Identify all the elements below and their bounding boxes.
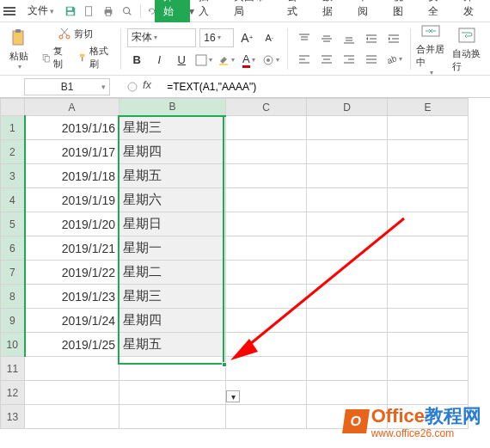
cell[interactable] xyxy=(226,188,307,212)
cell[interactable]: 2019/1/24 xyxy=(25,309,119,333)
font-color-button[interactable]: A xyxy=(239,51,258,70)
cell[interactable] xyxy=(226,236,307,261)
cell[interactable] xyxy=(307,212,388,236)
increase-font-button[interactable]: A+ xyxy=(237,28,256,47)
cell[interactable] xyxy=(388,212,469,236)
format-painter-button[interactable]: 格式刷 xyxy=(74,43,113,72)
justify-button[interactable] xyxy=(362,51,381,68)
cell[interactable]: 星期五 xyxy=(119,333,226,357)
row-head[interactable]: 12 xyxy=(1,381,25,405)
paste-button[interactable]: 粘贴 xyxy=(5,26,33,72)
cell[interactable]: 星期三 xyxy=(119,285,226,309)
wrap-text-button[interactable]: 自动换行 xyxy=(449,23,485,75)
cell[interactable]: 星期二 xyxy=(119,261,226,285)
cell[interactable] xyxy=(388,309,469,333)
merge-center-button[interactable]: 合并居中 xyxy=(413,19,449,78)
cell[interactable]: 2019/1/21 xyxy=(25,236,119,261)
cell[interactable] xyxy=(307,188,388,212)
select-all-corner[interactable] xyxy=(1,99,25,116)
cell[interactable] xyxy=(226,357,307,381)
align-middle-button[interactable] xyxy=(317,30,336,47)
decrease-font-button[interactable]: A- xyxy=(260,28,279,47)
cell[interactable]: 星期六 xyxy=(119,188,226,212)
orientation-button[interactable]: ab xyxy=(384,51,403,68)
cell[interactable] xyxy=(226,309,307,333)
row-head[interactable]: 8 xyxy=(1,285,25,309)
cell[interactable] xyxy=(388,236,469,261)
cell[interactable]: 2019/1/19 xyxy=(25,188,119,212)
align-center-button[interactable] xyxy=(317,51,336,68)
tab-review[interactable]: 审阅 xyxy=(349,0,384,22)
tab-data[interactable]: 数据 xyxy=(314,0,349,22)
cell[interactable] xyxy=(388,261,469,285)
cell[interactable] xyxy=(388,188,469,212)
cell[interactable] xyxy=(307,116,388,140)
cell[interactable] xyxy=(307,140,388,164)
cell[interactable] xyxy=(307,285,388,309)
tab-insert[interactable]: 插入 xyxy=(190,0,225,22)
cell[interactable]: 2019/1/23 xyxy=(25,285,119,309)
tab-dev[interactable]: 开发 xyxy=(455,0,490,22)
align-top-button[interactable] xyxy=(295,30,314,47)
cell[interactable] xyxy=(226,405,307,429)
cell[interactable] xyxy=(307,236,388,261)
cut-button[interactable]: 剪切 xyxy=(54,25,96,42)
cell[interactable] xyxy=(388,357,469,381)
tab-view[interactable]: 视图 xyxy=(384,0,420,22)
cell[interactable] xyxy=(307,333,388,357)
cell[interactable] xyxy=(25,357,119,381)
cell[interactable] xyxy=(119,405,226,429)
cell[interactable] xyxy=(226,140,307,164)
cell[interactable] xyxy=(388,333,469,357)
autofill-options-button[interactable]: ▾ xyxy=(226,390,240,402)
row-head[interactable]: 3 xyxy=(1,164,25,188)
fill-color-button[interactable] xyxy=(217,51,236,70)
name-box[interactable]: B1 xyxy=(24,78,110,95)
cell[interactable] xyxy=(307,357,388,381)
cell[interactable]: 星期日 xyxy=(119,212,226,236)
cell[interactable] xyxy=(388,164,469,188)
cell[interactable] xyxy=(307,309,388,333)
cell[interactable] xyxy=(388,381,469,405)
cell[interactable] xyxy=(226,261,307,285)
row-head[interactable]: 6 xyxy=(1,236,25,261)
row-head[interactable]: 7 xyxy=(1,261,25,285)
cell[interactable] xyxy=(307,381,388,405)
row-head[interactable]: 4 xyxy=(1,188,25,212)
align-bottom-button[interactable] xyxy=(340,30,358,47)
cell[interactable]: 2019/1/18 xyxy=(25,164,119,188)
underline-button[interactable]: U xyxy=(172,51,191,70)
align-right-button[interactable] xyxy=(340,51,358,68)
fx-icon[interactable]: fx xyxy=(143,78,151,95)
tab-security[interactable]: 安全 xyxy=(420,0,455,22)
cell[interactable] xyxy=(25,405,119,429)
row-head[interactable]: 5 xyxy=(1,212,25,236)
cell[interactable]: 星期五 xyxy=(119,164,226,188)
fx-tool-icon[interactable] xyxy=(124,78,141,95)
col-head-a[interactable]: A xyxy=(25,99,119,116)
col-head-e[interactable]: E xyxy=(388,99,469,116)
cell[interactable] xyxy=(119,381,226,405)
cell[interactable] xyxy=(388,116,469,140)
row-head[interactable]: 10 xyxy=(1,333,25,357)
row-head[interactable]: 13 xyxy=(1,405,25,429)
cell[interactable] xyxy=(388,285,469,309)
bold-button[interactable]: B xyxy=(127,51,146,70)
cell[interactable] xyxy=(226,333,307,357)
cell[interactable]: 2019/1/25 xyxy=(25,333,119,357)
col-head-b[interactable]: B xyxy=(119,99,226,116)
copy-button[interactable]: 复制 xyxy=(38,43,70,72)
cell[interactable]: 2019/1/16 xyxy=(25,116,119,140)
spreadsheet-grid[interactable]: A B C D E 12019/1/16星期三22019/1/17星期四3201… xyxy=(0,98,469,429)
cell[interactable] xyxy=(388,140,469,164)
align-left-button[interactable] xyxy=(295,51,314,68)
cell[interactable] xyxy=(307,261,388,285)
tab-start[interactable]: 开始 xyxy=(155,0,190,22)
tab-formulas[interactable]: 公式 xyxy=(279,0,314,22)
cell[interactable] xyxy=(119,357,226,381)
font-name-select[interactable]: 宋体 xyxy=(127,28,196,47)
cell[interactable]: 2019/1/17 xyxy=(25,140,119,164)
border-button[interactable] xyxy=(194,51,213,70)
formula-input[interactable] xyxy=(163,78,490,95)
tab-page-layout[interactable]: 页面布局 xyxy=(225,0,279,22)
